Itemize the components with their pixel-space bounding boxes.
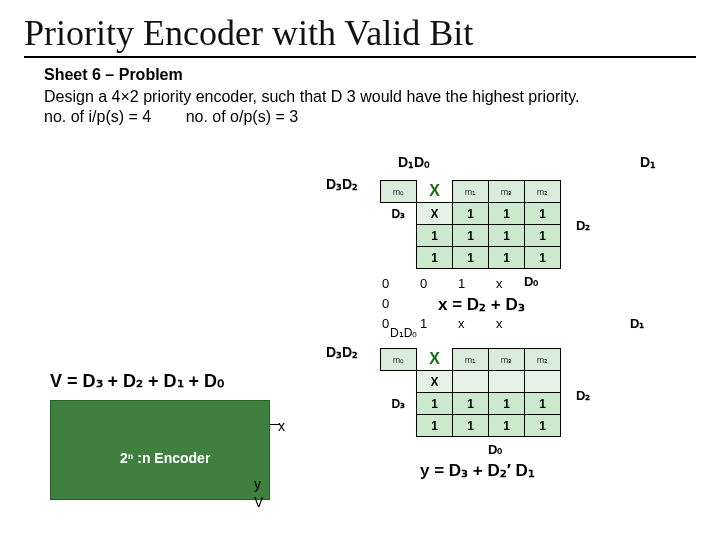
midcol-1c: 0 — [382, 316, 389, 331]
kmap-y-rowlab-d3: D₃ — [381, 393, 417, 415]
label-d1d0-top: D₁D₀ — [398, 154, 430, 170]
kmap-y-r1c1: 1 — [453, 393, 489, 415]
equation-v: V = D₃ + D₂ + D₁ + D₀ — [50, 370, 224, 392]
midcol-2a: 0 — [420, 276, 427, 291]
midcol-1b: 0 — [382, 296, 389, 311]
midcol-4c: x — [496, 316, 503, 331]
kmap-x-m1: m₁ — [453, 181, 489, 203]
page-title: Priority Encoder with Valid Bit — [24, 12, 720, 54]
title-rule — [24, 56, 696, 58]
label-d1-rightmid: D₁ — [630, 316, 644, 331]
kmap-x-r0c2: 1 — [489, 203, 525, 225]
label-d2-right-bot: D₂ — [576, 388, 590, 403]
kmap-x-r1c1: 1 — [453, 225, 489, 247]
pin-y: y — [254, 476, 261, 492]
label-d2-right: D₂ — [576, 218, 590, 233]
midcol-3c: x — [458, 316, 465, 331]
kmap-y-r0c3 — [525, 371, 561, 393]
kmap-y-r1c2: 1 — [489, 393, 525, 415]
label-d0-bot: D₀ — [488, 442, 502, 457]
kmap-x-r1c0: 1 — [417, 225, 453, 247]
label-d1-right: D₁ — [640, 154, 656, 170]
kmap-y-r2c1: 1 — [453, 415, 489, 437]
kmap-y-r0c0: X — [417, 371, 453, 393]
encoder-label: 2ⁿ :n Encoder — [120, 450, 210, 466]
kmap-x-rowlab-d3: D₃ — [381, 203, 417, 225]
label-d3d2-bot: D₃D₂ — [326, 344, 358, 360]
midcol-1a: 0 — [382, 276, 389, 291]
kmap-x-head: X — [429, 182, 440, 199]
label-d1d0-bot: D₁D₀ — [390, 326, 417, 340]
kmap-x-r2c3: 1 — [525, 247, 561, 269]
kmap-y-m0: m₀ — [381, 349, 417, 371]
kmap-x-r0c1: 1 — [453, 203, 489, 225]
kmap-x: m₀ X m₁ m₃ m₂ D₃ X 1 1 1 1 1 1 1 1 1 1 1 — [380, 180, 561, 269]
equation-x: x = D₂ + D₃ — [438, 294, 525, 315]
kmap-y: m₀ X m₁ m₃ m₂ X D₃ 1 1 1 1 1 1 1 1 — [380, 348, 561, 437]
input-count: no. of i/p(s) = 4 — [44, 108, 151, 125]
kmap-x-r1c2: 1 — [489, 225, 525, 247]
kmap-x-r1c3: 1 — [525, 225, 561, 247]
kmap-x-r2c2: 1 — [489, 247, 525, 269]
kmap-x-m3: m₃ — [489, 181, 525, 203]
design-line: Design a 4×2 priority encoder, such that… — [44, 88, 720, 106]
kmap-x-r2c0: 1 — [417, 247, 453, 269]
kmap-y-r2c3: 1 — [525, 415, 561, 437]
kmap-x-m0: m₀ — [381, 181, 417, 203]
label-d3d2-top: D₃D₂ — [326, 176, 358, 192]
kmap-x-m2: m₂ — [525, 181, 561, 203]
wire — [270, 424, 280, 425]
kmap-y-m3: m₃ — [489, 349, 525, 371]
kmap-x-r0c3: 1 — [525, 203, 561, 225]
equation-y: y = D₃ + D₂′ D₁ — [420, 460, 535, 481]
midcol-4a: x — [496, 276, 503, 291]
kmap-y-head: X — [429, 350, 440, 367]
kmap-y-r0c1 — [453, 371, 489, 393]
kmap-y-r1c3: 1 — [525, 393, 561, 415]
sheet-subtitle: Sheet 6 – Problem — [44, 66, 720, 84]
kmap-x-r2c1: 1 — [453, 247, 489, 269]
kmap-x-r0c0: X — [417, 203, 453, 225]
midcol-3a: 1 — [458, 276, 465, 291]
pin-v: V — [254, 494, 263, 510]
kmap-y-m2: m₂ — [525, 349, 561, 371]
kmap-y-r0c2 — [489, 371, 525, 393]
label-d0-mid: D₀ — [524, 274, 538, 289]
kmap-y-r1c0: 1 — [417, 393, 453, 415]
output-count: no. of o/p(s) = 3 — [186, 108, 299, 125]
pin-x: x — [278, 418, 285, 434]
io-line: no. of i/p(s) = 4 no. of o/p(s) = 3 — [44, 108, 720, 126]
kmap-y-r2c2: 1 — [489, 415, 525, 437]
kmap-y-r2c0: 1 — [417, 415, 453, 437]
kmap-y-m1: m₁ — [453, 349, 489, 371]
midcol-2c: 1 — [420, 316, 427, 331]
